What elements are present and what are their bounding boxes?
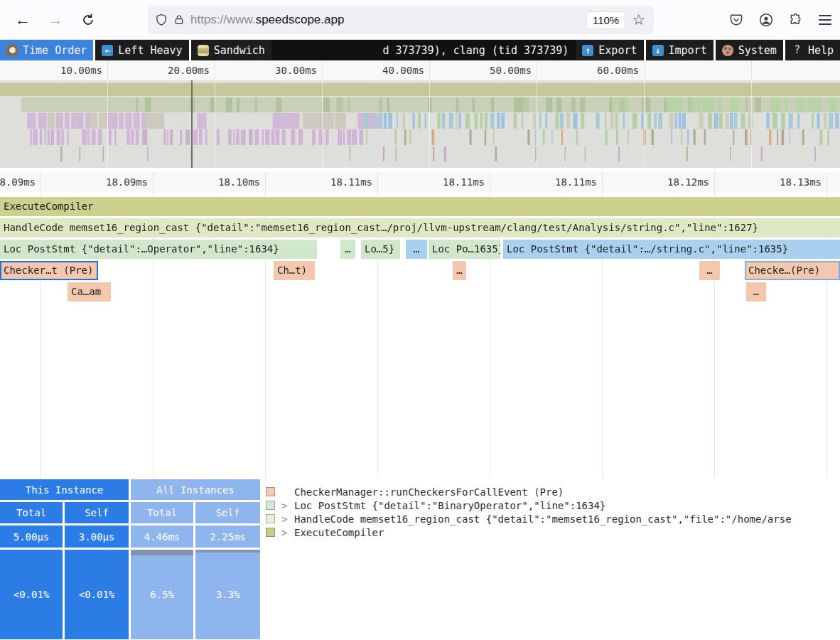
frame-color-swatch: [266, 514, 275, 523]
stack-frame-text: HandleCode memset16_region_cast {"detail…: [294, 513, 792, 525]
flame-frame[interactable]: Ch…t): [274, 261, 315, 280]
stats-col-header: Self: [195, 502, 260, 523]
frame-color-swatch: [266, 528, 275, 537]
stats-group-header: All Instances: [131, 479, 260, 500]
flame-frame[interactable]: Lo…5}: [361, 240, 400, 259]
frame-color-swatch: [266, 501, 275, 510]
stats-col-header: Total: [131, 502, 193, 523]
flame-frame[interactable]: …: [340, 240, 355, 259]
stack-frame-text: Loc PostStmt {"detail":"BinaryOperator",…: [294, 500, 605, 511]
screen: ← → https://www.speedscope.app 110% ☆: [0, 0, 840, 640]
flame-frame[interactable]: Ca…am: [68, 282, 111, 302]
flamechart: ExecuteCompilerHandleCode memset16_regio…: [0, 0, 840, 478]
stack-frame-line: CheckerManager::runCheckersForCallEvent …: [266, 485, 840, 498]
stats-value: 2.25ms: [195, 526, 260, 548]
flame-frame[interactable]: ExecuteCompiler: [0, 197, 840, 216]
percent-bar-fill: [195, 550, 260, 553]
flame-frame[interactable]: Checke…(Pre): [745, 261, 840, 280]
stats-group-header: This Instance: [0, 479, 129, 500]
flame-frame[interactable]: HandleCode memset16_region_cast {"detail…: [0, 218, 840, 238]
stack-chevron: >: [281, 527, 288, 538]
stack-frame-line: >HandleCode memset16_region_cast {"detai…: [266, 512, 840, 526]
stats-col-header: Self: [65, 502, 129, 523]
stats-value: 5.00µs: [0, 526, 63, 548]
flame-frame[interactable]: …: [746, 282, 766, 302]
flame-frame[interactable]: Loc Po…1635}: [429, 240, 500, 259]
flame-frame[interactable]: Loc PostStmt {"detail":…/string.c","line…: [503, 240, 840, 259]
stack-frame-text: CheckerManager::runCheckersForCallEvent …: [294, 486, 564, 498]
stack-frame-line: >Loc PostStmt {"detail":"BinaryOperator"…: [266, 498, 840, 512]
call-stack-list: CheckerManager::runCheckersForCallEvent …: [260, 481, 840, 640]
stats-percent: 3.3%: [195, 550, 260, 639]
flame-frame[interactable]: Loc PostStmt {"detail":…Operator","line"…: [0, 240, 317, 259]
stats-value: 3.00µs: [65, 526, 129, 548]
stats-table: This InstanceAll InstancesTotalSelfTotal…: [0, 479, 260, 639]
flame-frame[interactable]: …: [453, 261, 466, 280]
flame-frame[interactable]: …: [699, 261, 720, 280]
stack-chevron: >: [281, 500, 288, 511]
flame-frame[interactable]: Checker…t (Pre): [0, 261, 98, 280]
stats-percent: <0.01%: [65, 550, 129, 639]
stack-chevron: >: [281, 513, 288, 525]
frame-color-swatch: [266, 487, 275, 496]
percent-bar-fill: [131, 550, 193, 555]
stats-value: 4.46ms: [131, 526, 193, 548]
stats-col-header: Total: [0, 502, 63, 523]
stats-percent: <0.01%: [0, 550, 63, 639]
stack-frame-line: >ExecuteCompiler: [266, 526, 840, 539]
stack-frame-text: ExecuteCompiler: [294, 527, 384, 538]
flame-frame[interactable]: …: [406, 240, 427, 259]
stats-percent: 6.5%: [131, 550, 193, 639]
